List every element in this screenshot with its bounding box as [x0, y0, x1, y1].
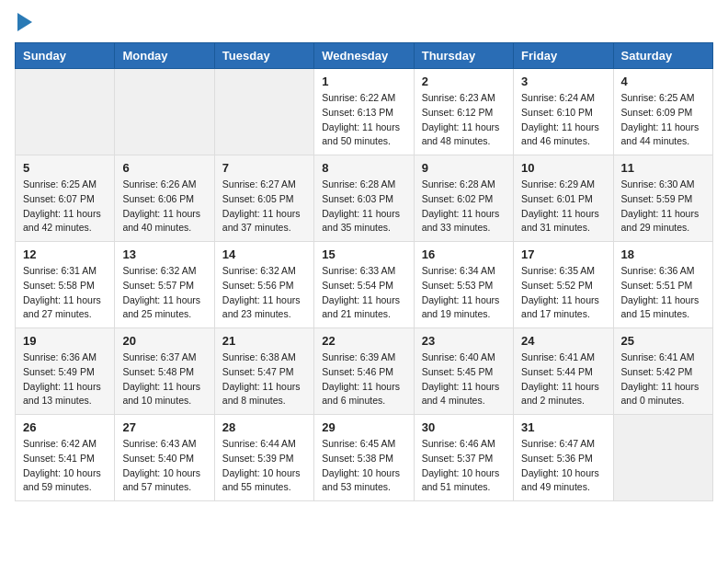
calendar-cell: 16Sunrise: 6:34 AM Sunset: 5:53 PM Dayli…	[414, 242, 513, 328]
day-number: 23	[422, 334, 506, 348]
logo	[15, 15, 32, 35]
calendar-table: SundayMondayTuesdayWednesdayThursdayFrid…	[15, 42, 713, 501]
calendar-cell: 19Sunrise: 6:36 AM Sunset: 5:49 PM Dayli…	[16, 328, 115, 415]
day-info: Sunrise: 6:40 AM Sunset: 5:45 PM Dayligh…	[422, 350, 506, 408]
calendar-cell: 21Sunrise: 6:38 AM Sunset: 5:47 PM Dayli…	[214, 328, 313, 415]
day-number: 5	[23, 161, 107, 175]
day-number: 24	[521, 334, 605, 348]
day-info: Sunrise: 6:41 AM Sunset: 5:44 PM Dayligh…	[521, 350, 605, 408]
day-number: 22	[322, 334, 405, 348]
calendar-cell	[214, 69, 313, 155]
day-number: 2	[422, 75, 506, 88]
day-number: 20	[122, 334, 206, 348]
day-number: 7	[222, 161, 306, 175]
day-info: Sunrise: 6:26 AM Sunset: 6:06 PM Dayligh…	[122, 178, 206, 236]
calendar-cell: 4Sunrise: 6:25 AM Sunset: 6:09 PM Daylig…	[613, 69, 712, 155]
day-info: Sunrise: 6:32 AM Sunset: 5:56 PM Dayligh…	[222, 264, 306, 322]
weekday-header-sunday: Sunday	[16, 43, 115, 69]
day-info: Sunrise: 6:39 AM Sunset: 5:46 PM Dayligh…	[322, 350, 405, 408]
weekday-header-monday: Monday	[115, 43, 214, 69]
calendar-cell: 9Sunrise: 6:28 AM Sunset: 6:02 PM Daylig…	[414, 155, 513, 242]
day-number: 13	[122, 247, 206, 261]
day-info: Sunrise: 6:30 AM Sunset: 5:59 PM Dayligh…	[621, 178, 705, 236]
calendar-cell: 11Sunrise: 6:30 AM Sunset: 5:59 PM Dayli…	[613, 155, 712, 242]
calendar-cell: 29Sunrise: 6:45 AM Sunset: 5:38 PM Dayli…	[314, 415, 414, 501]
day-info: Sunrise: 6:46 AM Sunset: 5:37 PM Dayligh…	[422, 437, 506, 495]
day-number: 3	[521, 75, 605, 88]
calendar-cell: 28Sunrise: 6:44 AM Sunset: 5:39 PM Dayli…	[214, 415, 313, 501]
calendar-cell	[613, 415, 712, 501]
day-number: 15	[322, 247, 405, 261]
calendar-header-row: SundayMondayTuesdayWednesdayThursdayFrid…	[16, 43, 713, 69]
calendar-cell: 14Sunrise: 6:32 AM Sunset: 5:56 PM Dayli…	[214, 242, 313, 328]
day-info: Sunrise: 6:29 AM Sunset: 6:01 PM Dayligh…	[521, 178, 605, 236]
day-info: Sunrise: 6:25 AM Sunset: 6:07 PM Dayligh…	[23, 178, 107, 236]
day-info: Sunrise: 6:36 AM Sunset: 5:51 PM Dayligh…	[621, 264, 705, 322]
logo-arrow-icon	[17, 13, 32, 31]
day-info: Sunrise: 6:35 AM Sunset: 5:52 PM Dayligh…	[521, 264, 605, 322]
day-number: 11	[621, 161, 705, 175]
day-info: Sunrise: 6:42 AM Sunset: 5:41 PM Dayligh…	[23, 437, 107, 495]
day-info: Sunrise: 6:28 AM Sunset: 6:03 PM Dayligh…	[322, 178, 405, 236]
day-number: 16	[422, 247, 506, 261]
weekday-header-wednesday: Wednesday	[314, 43, 414, 69]
weekday-header-saturday: Saturday	[613, 43, 712, 69]
day-info: Sunrise: 6:37 AM Sunset: 5:48 PM Dayligh…	[122, 350, 206, 408]
day-info: Sunrise: 6:27 AM Sunset: 6:05 PM Dayligh…	[222, 178, 306, 236]
calendar-week-row: 19Sunrise: 6:36 AM Sunset: 5:49 PM Dayli…	[16, 328, 713, 415]
day-info: Sunrise: 6:45 AM Sunset: 5:38 PM Dayligh…	[322, 437, 405, 495]
day-number: 18	[621, 247, 705, 261]
day-number: 21	[222, 334, 306, 348]
day-number: 28	[222, 420, 306, 434]
calendar-cell: 24Sunrise: 6:41 AM Sunset: 5:44 PM Dayli…	[514, 328, 613, 415]
calendar-cell: 22Sunrise: 6:39 AM Sunset: 5:46 PM Dayli…	[314, 328, 414, 415]
day-number: 29	[322, 420, 405, 434]
day-number: 17	[521, 247, 605, 261]
day-info: Sunrise: 6:38 AM Sunset: 5:47 PM Dayligh…	[222, 350, 306, 408]
day-number: 27	[122, 420, 206, 434]
day-number: 8	[322, 161, 405, 175]
day-info: Sunrise: 6:44 AM Sunset: 5:39 PM Dayligh…	[222, 437, 306, 495]
calendar-cell: 1Sunrise: 6:22 AM Sunset: 6:13 PM Daylig…	[314, 69, 414, 155]
page-header	[15, 15, 713, 35]
calendar-cell: 12Sunrise: 6:31 AM Sunset: 5:58 PM Dayli…	[16, 242, 115, 328]
day-number: 10	[521, 161, 605, 175]
day-info: Sunrise: 6:36 AM Sunset: 5:49 PM Dayligh…	[23, 350, 107, 408]
day-number: 14	[222, 247, 306, 261]
calendar-cell: 27Sunrise: 6:43 AM Sunset: 5:40 PM Dayli…	[115, 415, 214, 501]
weekday-header-friday: Friday	[514, 43, 613, 69]
calendar-cell	[16, 69, 115, 155]
day-number: 6	[122, 161, 206, 175]
calendar-cell: 30Sunrise: 6:46 AM Sunset: 5:37 PM Dayli…	[414, 415, 513, 501]
day-number: 9	[422, 161, 506, 175]
calendar-cell: 26Sunrise: 6:42 AM Sunset: 5:41 PM Dayli…	[16, 415, 115, 501]
day-number: 26	[23, 420, 107, 434]
day-number: 12	[23, 247, 107, 261]
calendar-cell: 6Sunrise: 6:26 AM Sunset: 6:06 PM Daylig…	[115, 155, 214, 242]
calendar-cell: 3Sunrise: 6:24 AM Sunset: 6:10 PM Daylig…	[514, 69, 613, 155]
weekday-header-tuesday: Tuesday	[214, 43, 313, 69]
calendar-week-row: 5Sunrise: 6:25 AM Sunset: 6:07 PM Daylig…	[16, 155, 713, 242]
calendar-week-row: 12Sunrise: 6:31 AM Sunset: 5:58 PM Dayli…	[16, 242, 713, 328]
calendar-cell: 18Sunrise: 6:36 AM Sunset: 5:51 PM Dayli…	[613, 242, 712, 328]
day-info: Sunrise: 6:47 AM Sunset: 5:36 PM Dayligh…	[521, 437, 605, 495]
calendar-cell: 7Sunrise: 6:27 AM Sunset: 6:05 PM Daylig…	[214, 155, 313, 242]
calendar-cell: 15Sunrise: 6:33 AM Sunset: 5:54 PM Dayli…	[314, 242, 414, 328]
calendar-cell: 10Sunrise: 6:29 AM Sunset: 6:01 PM Dayli…	[514, 155, 613, 242]
day-number: 1	[322, 75, 405, 88]
calendar-cell: 20Sunrise: 6:37 AM Sunset: 5:48 PM Dayli…	[115, 328, 214, 415]
calendar-cell: 8Sunrise: 6:28 AM Sunset: 6:03 PM Daylig…	[314, 155, 414, 242]
weekday-header-thursday: Thursday	[414, 43, 513, 69]
calendar-cell: 2Sunrise: 6:23 AM Sunset: 6:12 PM Daylig…	[414, 69, 513, 155]
day-info: Sunrise: 6:25 AM Sunset: 6:09 PM Dayligh…	[621, 91, 705, 149]
day-number: 19	[23, 334, 107, 348]
svg-marker-0	[17, 13, 32, 31]
day-info: Sunrise: 6:24 AM Sunset: 6:10 PM Dayligh…	[521, 91, 605, 149]
calendar-week-row: 26Sunrise: 6:42 AM Sunset: 5:41 PM Dayli…	[16, 415, 713, 501]
day-number: 31	[521, 420, 605, 434]
day-number: 4	[621, 75, 705, 88]
day-info: Sunrise: 6:32 AM Sunset: 5:57 PM Dayligh…	[122, 264, 206, 322]
logo-text-block	[15, 15, 32, 35]
calendar-cell	[115, 69, 214, 155]
day-info: Sunrise: 6:22 AM Sunset: 6:13 PM Dayligh…	[322, 91, 405, 149]
